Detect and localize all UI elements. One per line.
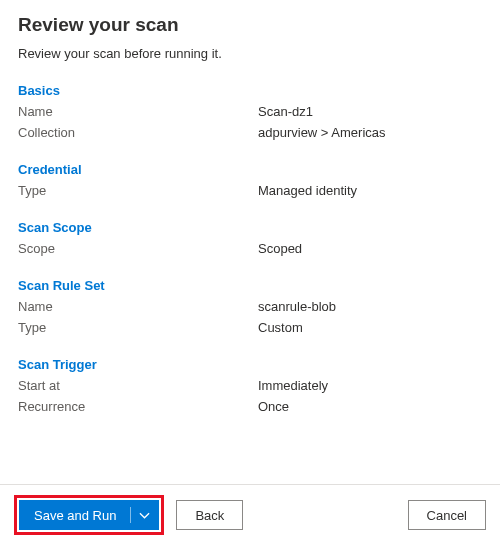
- cancel-button[interactable]: Cancel: [408, 500, 486, 530]
- section-heading-trigger: Scan Trigger: [18, 357, 482, 372]
- scope-label: Scope: [18, 241, 258, 256]
- section-heading-scope: Scan Scope: [18, 220, 482, 235]
- save-and-run-button[interactable]: Save and Run: [19, 500, 159, 530]
- ruleset-name-label: Name: [18, 299, 258, 314]
- scope-value: Scoped: [258, 241, 302, 256]
- footer-bar: Save and Run Back Cancel: [0, 484, 500, 545]
- ruleset-type-label: Type: [18, 320, 258, 335]
- credential-type-value: Managed identity: [258, 183, 357, 198]
- save-and-run-dropdown[interactable]: [131, 501, 158, 529]
- ruleset-name-value: scanrule-blob: [258, 299, 336, 314]
- trigger-start-label: Start at: [18, 378, 258, 393]
- section-basics: Basics Name Scan-dz1 Collection adpurvie…: [18, 83, 482, 140]
- basics-name-label: Name: [18, 104, 258, 119]
- section-heading-basics: Basics: [18, 83, 482, 98]
- page-title: Review your scan: [18, 14, 482, 36]
- trigger-recurrence-value: Once: [258, 399, 289, 414]
- section-trigger: Scan Trigger Start at Immediately Recurr…: [18, 357, 482, 414]
- highlight-box: Save and Run: [14, 495, 164, 535]
- trigger-start-value: Immediately: [258, 378, 328, 393]
- basics-name-value: Scan-dz1: [258, 104, 313, 119]
- section-ruleset: Scan Rule Set Name scanrule-blob Type Cu…: [18, 278, 482, 335]
- section-credential: Credential Type Managed identity: [18, 162, 482, 198]
- chevron-down-icon: [139, 510, 150, 521]
- page-subtitle: Review your scan before running it.: [18, 46, 482, 61]
- trigger-recurrence-label: Recurrence: [18, 399, 258, 414]
- basics-collection-value: adpurview > Americas: [258, 125, 386, 140]
- section-scope: Scan Scope Scope Scoped: [18, 220, 482, 256]
- basics-collection-label: Collection: [18, 125, 258, 140]
- credential-type-label: Type: [18, 183, 258, 198]
- save-and-run-label: Save and Run: [20, 501, 130, 529]
- ruleset-type-value: Custom: [258, 320, 303, 335]
- section-heading-credential: Credential: [18, 162, 482, 177]
- back-button[interactable]: Back: [176, 500, 243, 530]
- section-heading-ruleset: Scan Rule Set: [18, 278, 482, 293]
